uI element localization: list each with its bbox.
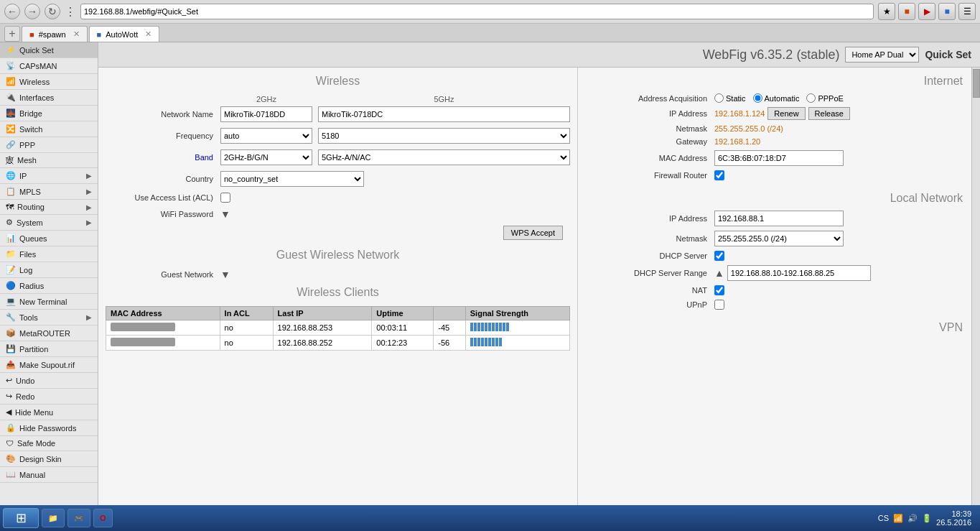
- sidebar-item-manual[interactable]: 📖 Manual: [0, 467, 98, 483]
- col-last-ip: Last IP: [273, 307, 372, 320]
- sidebar-item-files[interactable]: 📁 Files: [0, 246, 98, 262]
- sidebar-item-capsman[interactable]: 📡 CAPsMAN: [0, 58, 98, 74]
- quickset-label: Quick Set: [925, 49, 971, 60]
- country-select[interactable]: no_country_set: [220, 171, 364, 187]
- sidebar-item-ip[interactable]: 🌐 IP ▶: [0, 168, 98, 184]
- sidebar-item-interfaces[interactable]: 🔌 Interfaces: [0, 90, 98, 106]
- refresh-button[interactable]: ↻: [45, 4, 60, 19]
- local-ip-label: IP Address: [585, 214, 714, 223]
- sidebar-item-hide-menu[interactable]: ◀ Hide Menu: [0, 405, 98, 420]
- addon-icon3[interactable]: ■: [938, 3, 956, 20]
- country-label: Country: [106, 175, 220, 183]
- sidebar-item-bridge[interactable]: 🌉 Bridge: [0, 106, 98, 121]
- dhcp-range-input[interactable]: [727, 265, 871, 281]
- pppoe-radio[interactable]: [806, 93, 816, 103]
- guest-network-arrow[interactable]: ▼: [220, 269, 230, 280]
- sidebar-item-mesh[interactable]: 🕸 Mesh: [0, 153, 98, 168]
- taskbar-folder-button[interactable]: 📁: [42, 509, 65, 527]
- sidebar-label-routing: Routing: [17, 203, 83, 211]
- wps-accept-button[interactable]: WPS Accept: [503, 226, 563, 240]
- sidebar-item-log[interactable]: 📝 Log: [0, 262, 98, 278]
- sidebar-item-system[interactable]: ⚙ System ▶: [0, 215, 98, 231]
- tab-spawn[interactable]: ■ #spawn ✕: [22, 26, 88, 42]
- dhcp-server-checkbox[interactable]: [714, 251, 724, 261]
- tab-autowott-close[interactable]: ✕: [145, 29, 151, 39]
- sidebar-item-safe-mode[interactable]: 🛡 Safe Mode: [0, 436, 98, 451]
- sidebar-item-undo[interactable]: ↩ Undo: [0, 373, 98, 389]
- address-bar[interactable]: [80, 4, 874, 19]
- static-radio-label[interactable]: Static: [714, 93, 746, 103]
- automatic-radio-label[interactable]: Automatic: [753, 93, 800, 103]
- sidebar-label-capsman: CAPsMAN: [19, 62, 92, 70]
- sidebar-item-tools[interactable]: 🔧 Tools ▶: [0, 310, 98, 325]
- new-tab-button[interactable]: +: [4, 26, 20, 42]
- sidebar-item-design-skin[interactable]: 🎨 Design Skin: [0, 451, 98, 467]
- sidebar-label-wireless: Wireless: [19, 78, 92, 86]
- local-netmask-select[interactable]: 255.255.255.0 (/24): [714, 231, 844, 246]
- dhcp-range-arrow[interactable]: ▲: [714, 267, 724, 279]
- use-acl-fields: [220, 193, 570, 203]
- automatic-label: Automatic: [765, 94, 800, 103]
- sidebar-label-switch: Switch: [19, 125, 92, 134]
- sidebar-item-quick-set[interactable]: ⚡ Quick Set: [0, 42, 98, 58]
- band-5ghz-select[interactable]: 5GHz-A/N/AC: [318, 149, 570, 165]
- menu-icon[interactable]: ☰: [958, 3, 976, 20]
- sidebar-item-routing[interactable]: 🗺 Routing ▶: [0, 200, 98, 215]
- hide-menu-icon: ◀: [6, 407, 11, 417]
- tab-autowott[interactable]: ■ AutoWott ✕: [89, 26, 160, 42]
- back-button[interactable]: ←: [4, 4, 20, 19]
- sidebar-item-switch[interactable]: 🔀 Switch: [0, 121, 98, 137]
- queues-icon: 📊: [6, 234, 16, 243]
- renew-button[interactable]: Renew: [767, 107, 805, 120]
- gateway-value: 192.168.1.20: [714, 137, 760, 146]
- sidebar-item-redo[interactable]: ↪ Redo: [0, 389, 98, 405]
- sidebar-item-ppp[interactable]: 🔗 PPP: [0, 137, 98, 153]
- sidebar-item-new-terminal[interactable]: 💻 New Terminal: [0, 294, 98, 310]
- taskbar: ⊞ 📁 🎮 O CS 📶 🔊 🔋 18:39 26.5.2016: [0, 505, 980, 531]
- network-name-2ghz-input[interactable]: [220, 106, 312, 122]
- internet-ip-value: 192.168.1.124: [714, 109, 765, 118]
- network-name-5ghz-input[interactable]: [318, 106, 570, 122]
- release-button[interactable]: Release: [808, 107, 850, 120]
- taskbar-steam-button[interactable]: 🎮: [67, 509, 90, 527]
- taskbar-opera-button[interactable]: O: [93, 509, 113, 527]
- sidebar-item-wireless[interactable]: 📶 Wireless: [0, 74, 98, 90]
- col-2ghz-label: 2GHz: [220, 95, 312, 103]
- mode-select[interactable]: Home AP Dual: [845, 47, 919, 63]
- static-radio[interactable]: [714, 93, 724, 103]
- safe-mode-icon: 🛡: [6, 439, 14, 448]
- sidebar-item-metarouter[interactable]: 📦 MetaROUTER: [0, 325, 98, 341]
- firewall-router-row: Firewall Router: [585, 170, 963, 180]
- sidebar-item-partition[interactable]: 💾 Partition: [0, 341, 98, 357]
- pppoe-radio-label[interactable]: PPPoE: [806, 93, 843, 103]
- nat-checkbox[interactable]: [714, 285, 724, 295]
- client2-uptime: 00:12:23: [372, 336, 434, 351]
- frequency-5ghz-select[interactable]: 5180: [318, 128, 570, 144]
- addon-icon2[interactable]: ▶: [918, 3, 935, 20]
- forward-button[interactable]: →: [24, 4, 40, 19]
- addon-icon1[interactable]: ■: [898, 3, 915, 20]
- sidebar-item-queues[interactable]: 📊 Queues: [0, 231, 98, 246]
- frequency-2ghz-select[interactable]: auto: [220, 128, 312, 144]
- internet-mac-input[interactable]: [714, 150, 844, 166]
- tools-arrow-icon: ▶: [86, 313, 92, 321]
- grid-button[interactable]: ⋮: [65, 5, 76, 19]
- tab-spawn-close[interactable]: ✕: [73, 29, 80, 39]
- client2-signal-val: -56: [434, 336, 466, 351]
- automatic-radio[interactable]: [753, 93, 762, 103]
- scrollbar[interactable]: [971, 68, 980, 507]
- wifi-password-arrow[interactable]: ▼: [220, 208, 230, 220]
- band-2ghz-select[interactable]: 2GHz-B/G/N: [220, 149, 312, 165]
- firewall-router-checkbox[interactable]: [714, 170, 724, 180]
- metarouter-icon: 📦: [6, 328, 16, 338]
- sidebar-item-make-supout[interactable]: 📤 Make Supout.rif: [0, 357, 98, 373]
- sidebar-item-mpls[interactable]: 📋 MPLS ▶: [0, 184, 98, 200]
- local-ip-input[interactable]: [714, 211, 844, 226]
- start-button[interactable]: ⊞: [3, 508, 39, 528]
- upnp-checkbox[interactable]: [714, 300, 724, 310]
- use-acl-checkbox[interactable]: [220, 193, 230, 203]
- internet-netmask-label: Netmask: [585, 124, 714, 133]
- bookmark-icon[interactable]: ★: [878, 3, 895, 20]
- sidebar-item-radius[interactable]: 🔵 Radius: [0, 278, 98, 294]
- sidebar-item-hide-passwords[interactable]: 🔒 Hide Passwords: [0, 420, 98, 436]
